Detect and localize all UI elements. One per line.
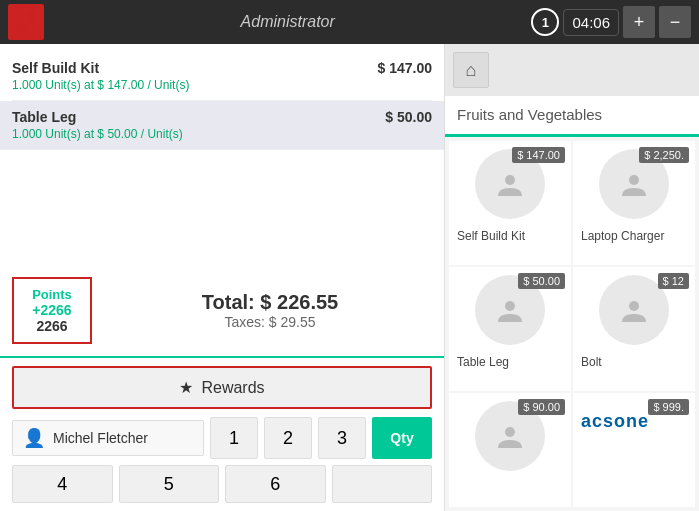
taxes-label: Taxes: xyxy=(224,314,264,330)
add-button[interactable]: + xyxy=(623,6,655,38)
product-card[interactable]: $ 12 Bolt xyxy=(573,267,695,391)
points-box: Points +2266 2266 xyxy=(12,277,92,344)
product-name: Bolt xyxy=(581,355,602,369)
total-label: Total: xyxy=(202,291,255,313)
svg-point-3 xyxy=(505,175,515,185)
svg-rect-1 xyxy=(27,12,36,21)
product-name: Laptop Charger xyxy=(581,229,664,243)
svg-point-6 xyxy=(629,301,639,311)
right-panel: ⌂ Fruits and Vegetables $ 147.00 Self Bu… xyxy=(445,44,699,511)
svg-point-4 xyxy=(629,175,639,185)
category-bar: Fruits and Vegetables xyxy=(445,96,699,137)
product-price: $ 2,250. xyxy=(639,147,689,163)
product-card[interactable]: $ 999. acsone xyxy=(573,393,695,507)
products-grid: $ 147.00 Self Build Kit $ 2,250. Laptop … xyxy=(445,137,699,511)
numpad-2[interactable]: 2 xyxy=(264,417,312,459)
tax-line: Taxes: $ 29.55 xyxy=(108,314,432,330)
svg-rect-0 xyxy=(16,12,26,22)
right-nav: ⌂ xyxy=(445,44,699,96)
user-section: 👤 Michel Fletcher xyxy=(12,420,204,456)
user-icon: 👤 xyxy=(23,427,45,449)
item-detail: 1.000 Unit(s) at $ 50.00 / Unit(s) xyxy=(12,127,432,141)
item-name: Self Build Kit xyxy=(12,60,99,76)
header: Administrator 1 04:06 + − xyxy=(0,0,699,44)
product-name: Table Leg xyxy=(457,355,509,369)
svg-point-5 xyxy=(505,301,515,311)
numpad-6[interactable]: 6 xyxy=(225,465,326,503)
numpad-row: 👤 Michel Fletcher 1 2 3 Qty xyxy=(12,417,432,459)
qty-button[interactable]: Qty xyxy=(372,417,432,459)
home-button[interactable]: ⌂ xyxy=(453,52,489,88)
points-total: 2266 xyxy=(26,318,78,334)
numpad-5[interactable]: 5 xyxy=(119,465,220,503)
product-price: $ 12 xyxy=(658,273,689,289)
points-label: Points xyxy=(26,287,78,302)
product-card[interactable]: $ 2,250. Laptop Charger xyxy=(573,141,695,265)
order-badge: 1 xyxy=(531,8,559,36)
item-name: Table Leg xyxy=(12,109,76,125)
product-price: $ 999. xyxy=(648,399,689,415)
product-price: $ 90.00 xyxy=(518,399,565,415)
product-card[interactable]: $ 90.00 xyxy=(449,393,571,507)
acsone-logo: acsone xyxy=(581,401,649,441)
product-price: $ 147.00 xyxy=(512,147,565,163)
item-detail: 1.000 Unit(s) at $ 147.00 / Unit(s) xyxy=(12,78,432,92)
order-item[interactable]: Table Leg $ 50.00 1.000 Unit(s) at $ 50.… xyxy=(0,101,444,150)
product-card[interactable]: $ 50.00 Table Leg xyxy=(449,267,571,391)
rewards-button[interactable]: ★ Rewards xyxy=(12,366,432,409)
numpad-4[interactable]: 4 xyxy=(12,465,113,503)
header-title: Administrator xyxy=(44,13,531,31)
taxes-value: $ 29.55 xyxy=(269,314,316,330)
total-value: $ 226.55 xyxy=(260,291,338,313)
numpad-extra[interactable] xyxy=(332,465,433,503)
minus-button[interactable]: − xyxy=(659,6,691,38)
header-time: 04:06 xyxy=(563,9,619,36)
product-card[interactable]: $ 147.00 Self Build Kit xyxy=(449,141,571,265)
order-items: Self Build Kit $ 147.00 1.000 Unit(s) at… xyxy=(0,44,444,265)
rewards-label: Rewards xyxy=(201,379,264,397)
total-line: Total: $ 226.55 xyxy=(108,291,432,314)
main-content: Self Build Kit $ 147.00 1.000 Unit(s) at… xyxy=(0,44,699,511)
item-price: $ 147.00 xyxy=(378,60,433,76)
user-name: Michel Fletcher xyxy=(53,430,148,446)
category-title: Fruits and Vegetables xyxy=(457,106,602,123)
app-logo xyxy=(8,4,44,40)
totals-numbers: Total: $ 226.55 Taxes: $ 29.55 xyxy=(108,291,432,330)
star-icon: ★ xyxy=(179,378,193,397)
numpad-3[interactable]: 3 xyxy=(318,417,366,459)
svg-point-7 xyxy=(505,427,515,437)
numpad-1[interactable]: 1 xyxy=(210,417,258,459)
bottom-section: ★ Rewards 👤 Michel Fletcher 1 2 3 Qty 4 … xyxy=(0,356,444,511)
order-item[interactable]: Self Build Kit $ 147.00 1.000 Unit(s) at… xyxy=(12,52,432,101)
item-price: $ 50.00 xyxy=(385,109,432,125)
totals-section: Points +2266 2266 Total: $ 226.55 Taxes:… xyxy=(0,265,444,356)
svg-rect-2 xyxy=(16,23,25,32)
left-panel: Self Build Kit $ 147.00 1.000 Unit(s) at… xyxy=(0,44,445,511)
home-icon: ⌂ xyxy=(466,60,477,81)
product-price: $ 50.00 xyxy=(518,273,565,289)
product-name: Self Build Kit xyxy=(457,229,525,243)
points-earned: +2266 xyxy=(26,302,78,318)
numpad-row2: 4 5 6 xyxy=(12,465,432,503)
